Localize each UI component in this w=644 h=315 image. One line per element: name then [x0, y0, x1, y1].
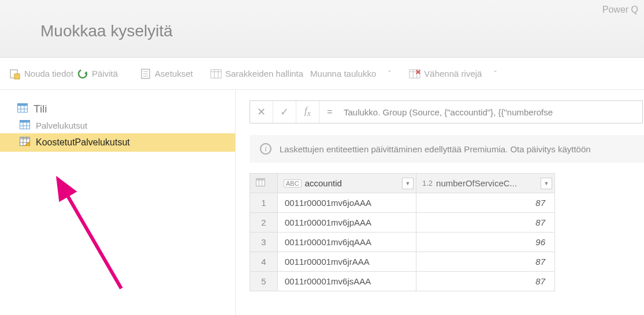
- table-corner-icon: [256, 178, 265, 188]
- computed-table-icon: [20, 137, 30, 148]
- table-row[interactable]: 10011r00001mv6joAAA87: [250, 193, 555, 213]
- settings-icon: [140, 68, 151, 80]
- svg-rect-8: [211, 69, 221, 78]
- cell-accountid[interactable]: 0011r00001mv6joAAA: [278, 193, 416, 213]
- table-row[interactable]: 50011r00001mv6jsAAA87: [250, 272, 555, 291]
- table-remove-icon: [409, 68, 420, 80]
- cell-value[interactable]: 87: [416, 213, 555, 232]
- queries-sidebar: Tili Palvelukutsut KoostetutPalvelukutsu…: [0, 90, 236, 315]
- cell-value[interactable]: 87: [416, 193, 555, 213]
- cell-value[interactable]: 87: [416, 272, 555, 291]
- table-columns-icon: [210, 68, 222, 80]
- app-brand-label: Power Q: [602, 5, 638, 15]
- cell-accountid[interactable]: 0011r00001mv6jrAAA: [278, 252, 416, 272]
- query-label: Palvelukutsut: [36, 121, 87, 130]
- rownum-header[interactable]: [250, 174, 278, 193]
- table-icon: [20, 120, 30, 131]
- toolbar: Nouda tiedot Päivitä Asetukset Sarakkeid…: [0, 58, 644, 90]
- query-label: KoostetutPalvelukutsut: [36, 137, 130, 148]
- column-filter-button[interactable]: ▼: [541, 178, 552, 189]
- svg-rect-12: [410, 69, 420, 78]
- query-item-tili[interactable]: Tili: [0, 100, 235, 118]
- reduce-rows-button[interactable]: Vähennä rivejä: [405, 66, 485, 82]
- formula-fx-button[interactable]: fx: [296, 101, 319, 123]
- cell-value[interactable]: 87: [416, 252, 555, 272]
- cell-accountid[interactable]: 0011r00001mv6jqAAA: [278, 232, 416, 252]
- refresh-label: Päivitä: [92, 69, 118, 78]
- row-number: 2: [250, 213, 278, 232]
- svg-rect-1: [14, 74, 20, 79]
- query-item-koostetut[interactable]: KoostetutPalvelukutsut: [0, 133, 235, 152]
- svg-marker-3: [84, 72, 87, 75]
- row-number: 5: [250, 272, 278, 291]
- table-icon: [17, 103, 28, 115]
- column-management-label: Sarakkeiden hallinta: [225, 69, 303, 78]
- svg-rect-24: [20, 121, 30, 123]
- fx-icon: fx: [304, 105, 311, 118]
- column-header-numberofservice[interactable]: 1.2 numberOfServiceC... ▼: [416, 174, 555, 193]
- main-area: Tili Palvelukutsut KoostetutPalvelukutsu…: [0, 90, 644, 315]
- formula-commit-button[interactable]: ✓: [273, 101, 296, 123]
- cell-accountid[interactable]: 0011r00001mv6jpAAA: [278, 213, 416, 232]
- column-management-button[interactable]: Sarakkeiden hallinta: [207, 66, 307, 82]
- chevron-down-icon: ▼: [544, 181, 549, 186]
- content-pane: ✕ ✓ fx = Taulukko. Group (Source, {"acco…: [236, 90, 644, 315]
- chevron-down-icon[interactable]: ˅: [384, 69, 395, 78]
- chevron-down-icon: ▼: [405, 181, 411, 186]
- column-filter-button[interactable]: ▼: [402, 178, 414, 189]
- column-label: accountid: [305, 178, 342, 188]
- page-title: Muokkaa kyselyitä: [12, 0, 632, 40]
- formula-input[interactable]: Taulukko. Group (Source, {"accountid"}, …: [340, 107, 642, 117]
- settings-button[interactable]: Asetukset: [136, 66, 196, 82]
- datatype-text-icon: ABC: [284, 179, 301, 187]
- x-icon: ✕: [257, 106, 266, 118]
- cell-value[interactable]: 96: [416, 232, 555, 252]
- cell-accountid[interactable]: 0011r00001mv6jsAAA: [278, 272, 416, 291]
- chevron-down-icon[interactable]: ˅: [490, 69, 501, 78]
- datatype-decimal-icon: 1.2: [422, 179, 433, 187]
- equals-label: =: [319, 107, 340, 117]
- formula-cancel-button[interactable]: ✕: [250, 101, 273, 123]
- formula-bar: ✕ ✓ fx = Taulukko. Group (Source, {"acco…: [250, 100, 643, 123]
- check-icon: ✓: [280, 106, 289, 118]
- table-row[interactable]: 30011r00001mv6jqAAA96: [250, 232, 555, 252]
- info-message: Laskettujen entiteettien päivittäminen e…: [280, 144, 591, 154]
- refresh-icon: [77, 68, 88, 80]
- row-number: 4: [250, 252, 278, 272]
- table-row[interactable]: 40011r00001mv6jrAAA87: [250, 252, 555, 272]
- svg-rect-29: [20, 137, 30, 140]
- transform-table-label: Muunna taulukko: [310, 69, 376, 78]
- query-label: Tili: [33, 103, 47, 115]
- column-header-accountid[interactable]: ABC accountid ▼: [278, 174, 416, 193]
- transform-table-button[interactable]: Muunna taulukko: [307, 66, 379, 81]
- premium-info-bar: i Laskettujen entiteettien päivittäminen…: [250, 135, 644, 163]
- row-number: 3: [250, 232, 278, 252]
- row-number: 1: [250, 193, 278, 213]
- data-preview-table: ABC accountid ▼ 1.2 numberOfServiceC...: [250, 173, 555, 291]
- header-bar: Power Q Muokkaa kyselyitä: [0, 0, 644, 58]
- info-icon: i: [260, 143, 271, 155]
- reduce-rows-label: Vähennä rivejä: [424, 69, 482, 78]
- query-item-palvelukutsut[interactable]: Palvelukutsut: [0, 118, 235, 133]
- column-label: numberOfServiceC...: [436, 178, 517, 188]
- table-row[interactable]: 20011r00001mv6jpAAA87: [250, 213, 555, 232]
- svg-rect-19: [18, 104, 28, 106]
- settings-label: Asetukset: [155, 69, 193, 78]
- get-data-icon: [9, 68, 21, 80]
- get-data-button[interactable]: Nouda tiedot: [6, 66, 77, 82]
- refresh-button[interactable]: Päivitä: [73, 66, 121, 82]
- get-data-label: Nouda tiedot: [24, 69, 73, 78]
- svg-rect-35: [256, 178, 265, 181]
